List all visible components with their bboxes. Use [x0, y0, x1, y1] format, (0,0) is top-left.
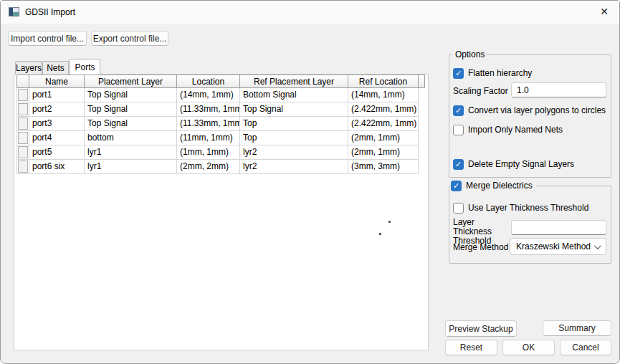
row-header[interactable]: [16, 131, 29, 145]
table-cell[interactable]: (14mm, 1mm): [177, 88, 240, 102]
use-threshold-row: Use Layer Thickness Threshold: [453, 202, 588, 214]
table-cell[interactable]: port5: [29, 145, 85, 160]
row-header[interactable]: [16, 145, 29, 160]
close-icon[interactable]: ✕: [600, 6, 609, 17]
flatten-hierarchy-checkbox[interactable]: [453, 68, 464, 79]
table-cell[interactable]: Top Signal: [85, 117, 177, 131]
cancel-button[interactable]: Cancel: [560, 340, 611, 355]
table-cell[interactable]: (11.33mm, 1mm): [177, 102, 240, 117]
options-group-title: Options: [452, 49, 487, 59]
header-corner: [16, 75, 29, 88]
table-cell[interactable]: port4: [29, 131, 85, 145]
import-named-nets-label: Import Only Named Nets: [468, 125, 563, 135]
table-cell[interactable]: (2mm, 1mm): [348, 131, 419, 145]
table-cell[interactable]: Bottom Signal: [240, 88, 348, 102]
use-threshold-label: Use Layer Thickness Threshold: [468, 203, 588, 213]
table-row[interactable]: port1Top Signal(14mm, 1mm)Bottom Signal(…: [16, 88, 425, 102]
table-header: Name Placement Layer Location Ref Placem…: [16, 75, 425, 88]
export-control-file-button[interactable]: Export control file...: [91, 31, 168, 46]
table-cell[interactable]: Top Signal: [85, 102, 177, 117]
chevron-down-icon: [594, 242, 601, 249]
tab-nets[interactable]: Nets: [42, 61, 69, 75]
table-cell[interactable]: bottom: [85, 131, 177, 145]
flatten-hierarchy-label: Flatten hierarchy: [468, 68, 532, 78]
delete-empty-layers-label: Delete Empty Signal Layers: [468, 159, 574, 169]
row-header[interactable]: [16, 117, 29, 131]
table-cell[interactable]: Top Signal: [240, 102, 348, 117]
table-cell[interactable]: port1: [29, 88, 85, 102]
table-row[interactable]: port2Top Signal(11.33mm, 1mm)Top Signal(…: [16, 102, 425, 117]
layer-threshold-input[interactable]: [511, 220, 606, 235]
row-header[interactable]: [16, 88, 29, 102]
convert-via-checkbox[interactable]: [453, 105, 464, 116]
table-cell[interactable]: lyr1: [85, 145, 177, 160]
tab-layers[interactable]: Layers: [15, 61, 42, 75]
reset-button[interactable]: Reset: [445, 340, 497, 355]
table-cell[interactable]: (2mm, 2mm): [177, 160, 240, 174]
ports-table-body: port1Top Signal(14mm, 1mm)Bottom Signal(…: [16, 88, 425, 174]
table-cell[interactable]: (14mm, 1mm): [348, 88, 419, 102]
column-header-placement-layer[interactable]: Placement Layer: [85, 75, 177, 88]
table-cell[interactable]: (2mm, 1mm): [348, 145, 419, 160]
scaling-factor-input[interactable]: [511, 82, 606, 97]
table-cell[interactable]: lyr1: [85, 160, 177, 174]
table-row[interactable]: port6 sixlyr1(2mm, 2mm)lyr2(3mm, 3mm): [16, 160, 425, 174]
gdsii-import-dialog: GDSII Import ✕ Import control file... Ex…: [0, 0, 620, 364]
import-control-file-button[interactable]: Import control file...: [8, 31, 87, 46]
table-cell[interactable]: (11mm, 1mm): [177, 131, 240, 145]
delete-empty-layers-checkbox[interactable]: [453, 159, 464, 170]
preview-stackup-button[interactable]: Preview Stackup: [445, 320, 517, 337]
merge-method-label: Merge Method: [453, 242, 508, 252]
table-cell[interactable]: (1mm, 1mm): [177, 145, 240, 160]
table-row[interactable]: port4bottom(11mm, 1mm)Top(2mm, 1mm): [16, 131, 425, 145]
header-stub: [419, 75, 425, 88]
title-bar: GDSII Import ✕: [1, 1, 619, 24]
merge-dielectrics-checkbox[interactable]: [451, 181, 462, 191]
stray-dot: [388, 221, 391, 223]
merge-method-value: Kraszewski Method: [516, 241, 591, 252]
merge-dielectrics-title-row: Merge Dielectrics: [451, 180, 536, 191]
convert-via-row: Convert via layer polygons to circles: [453, 105, 606, 116]
convert-via-label: Convert via layer polygons to circles: [468, 105, 606, 115]
table-cell[interactable]: Top Signal: [85, 88, 177, 102]
merge-dielectrics-label: Merge Dielectrics: [466, 181, 533, 191]
stray-dot: [379, 233, 381, 235]
use-threshold-checkbox[interactable]: [453, 203, 464, 214]
column-header-ref-placement-layer[interactable]: Ref Placement Layer: [240, 75, 348, 88]
table-cell[interactable]: (11.33mm, 1mm): [177, 117, 240, 131]
tab-ports[interactable]: Ports: [70, 59, 100, 75]
table-cell[interactable]: (2.422mm, 1mm): [348, 102, 419, 117]
merge-method-select[interactable]: Kraszewski Method: [510, 238, 606, 255]
table-cell[interactable]: port6 six: [29, 160, 85, 174]
table-cell[interactable]: port3: [29, 117, 85, 131]
ok-button[interactable]: OK: [502, 340, 555, 355]
column-header-location[interactable]: Location: [177, 75, 240, 88]
table-cell[interactable]: port2: [29, 102, 85, 117]
import-named-nets-checkbox[interactable]: [453, 125, 464, 135]
table-cell[interactable]: (3mm, 3mm): [348, 160, 419, 174]
delete-empty-layers-row: Delete Empty Signal Layers: [453, 158, 574, 170]
window-title: GDSII Import: [25, 7, 75, 17]
import-named-nets-row: Import Only Named Nets: [453, 124, 563, 135]
table-row[interactable]: port3Top Signal(11.33mm, 1mm)Top(2.422mm…: [16, 117, 425, 131]
row-header[interactable]: [16, 102, 29, 117]
flatten-hierarchy-row: Flatten hierarchy: [453, 67, 532, 79]
table-row[interactable]: port5lyr1(1mm, 1mm)lyr2(2mm, 1mm): [16, 145, 425, 160]
table-cell[interactable]: Top: [240, 117, 348, 131]
table-cell[interactable]: Top: [240, 131, 348, 145]
scaling-factor-label: Scaling Factor: [453, 86, 508, 96]
column-header-name[interactable]: Name: [29, 75, 85, 88]
table-cell[interactable]: lyr2: [240, 145, 348, 160]
row-header[interactable]: [16, 160, 29, 174]
ports-table: Name Placement Layer Location Ref Placem…: [16, 75, 425, 174]
app-icon: [9, 7, 19, 16]
summary-button[interactable]: Summary: [543, 320, 611, 336]
column-header-ref-location[interactable]: Ref Location: [348, 75, 419, 88]
table-cell[interactable]: lyr2: [240, 160, 348, 174]
table-cell[interactable]: (2.422mm, 1mm): [348, 117, 419, 131]
